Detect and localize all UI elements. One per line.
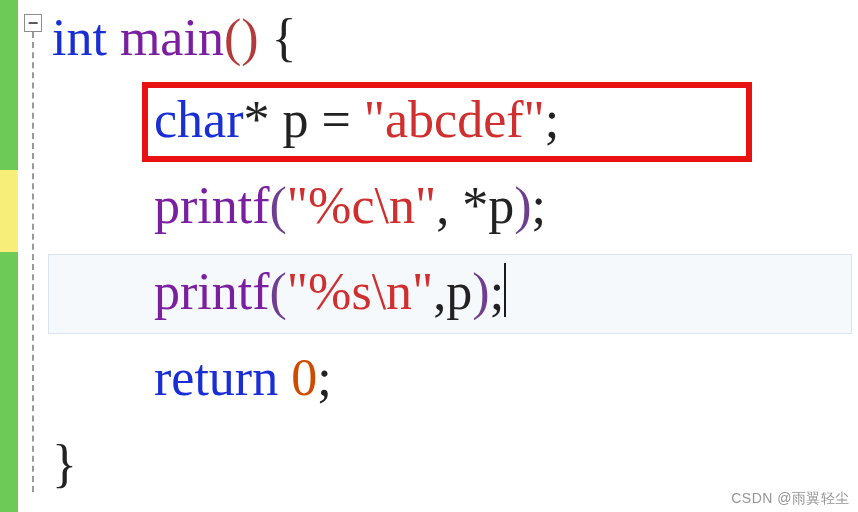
- identifier-printf: printf: [154, 177, 270, 234]
- keyword-return: return: [154, 349, 278, 406]
- semicolon: ;: [532, 177, 546, 234]
- string-literal: ": [415, 177, 436, 234]
- identifier-p: p: [269, 91, 321, 148]
- string-literal: "%s: [287, 263, 372, 320]
- text-caret: [504, 263, 506, 317]
- paren-open: (: [270, 177, 287, 234]
- keyword-int: int: [52, 9, 107, 66]
- paren-close: ): [514, 177, 531, 234]
- paren-close: ): [241, 9, 258, 66]
- gutter-segment: [0, 0, 18, 170]
- code-line[interactable]: char* p = "abcdef";: [18, 82, 858, 162]
- operator-star: *: [462, 177, 488, 234]
- code-line[interactable]: printf("%s\n",p);: [18, 254, 858, 334]
- code-line[interactable]: return 0;: [18, 340, 858, 420]
- gutter-segment: [0, 170, 18, 252]
- identifier-printf: printf: [154, 263, 270, 320]
- text-space: [107, 9, 120, 66]
- text-space: [259, 9, 272, 66]
- brace-close: }: [52, 435, 77, 492]
- identifier-main: main: [120, 9, 224, 66]
- identifier-p: p: [446, 263, 472, 320]
- string-literal: "%c: [287, 177, 375, 234]
- number-literal: 0: [291, 349, 317, 406]
- text-space: [278, 349, 291, 406]
- keyword-char: char: [154, 91, 243, 148]
- gutter-segment: [0, 252, 18, 512]
- string-literal: ": [412, 263, 433, 320]
- operator-star: *: [243, 91, 269, 148]
- string-escape: \n: [372, 263, 412, 320]
- watermark: CSDN @雨翼轻尘: [731, 490, 850, 508]
- line-change-gutter: [0, 0, 18, 512]
- comma: ,: [436, 177, 462, 234]
- semicolon: ;: [490, 263, 504, 320]
- brace-open: {: [272, 9, 297, 66]
- code-area[interactable]: − int main() { char* p = "abcdef"; print…: [18, 0, 858, 512]
- paren-open: (: [270, 263, 287, 320]
- identifier-p: p: [488, 177, 514, 234]
- operator-eq: =: [321, 91, 363, 148]
- string-literal: "abcdef": [364, 91, 545, 148]
- comma: ,: [433, 263, 446, 320]
- code-line[interactable]: printf("%c\n", *p);: [18, 168, 858, 248]
- string-escape: \n: [374, 177, 414, 234]
- semicolon: ;: [317, 349, 331, 406]
- paren-open: (: [224, 9, 241, 66]
- paren-close: ): [472, 263, 489, 320]
- code-line[interactable]: int main() {: [18, 0, 858, 80]
- semicolon: ;: [545, 91, 559, 148]
